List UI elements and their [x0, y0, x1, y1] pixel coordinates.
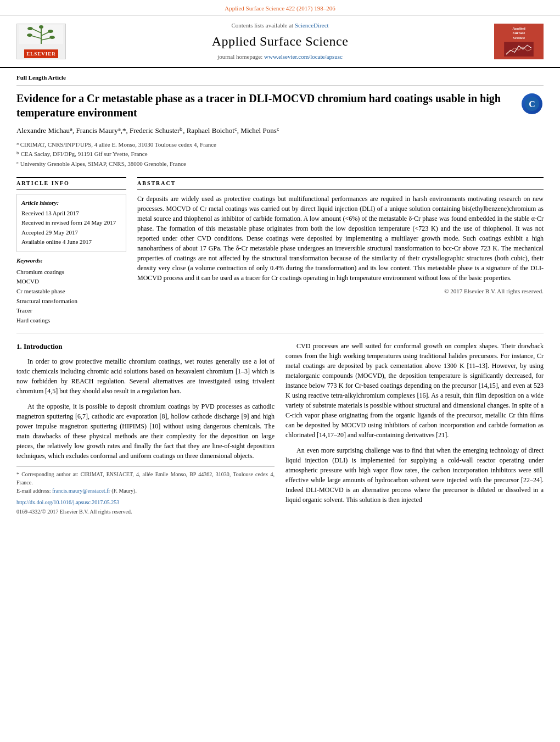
elsevier-logo: ELSEVIER — [16, 24, 66, 59]
email-link[interactable]: francis.maury@ensiacet.fr — [52, 488, 110, 494]
keywords-title: Keywords: — [16, 256, 126, 265]
article-title: Evidence for a Cr metastable phase as a … — [16, 91, 522, 120]
doi-link: http://dx.doi.org/10.1016/j.apsusc.2017.… — [16, 498, 275, 506]
svg-point-9 — [49, 36, 55, 39]
keyword-6: Hard coatings — [16, 316, 126, 326]
contents-line: Contents lists available at ScienceDirec… — [71, 21, 489, 30]
top-bar: Applied Surface Science 422 (2017) 198–2… — [0, 0, 560, 16]
info-abstract-section: ARTICLE INFO Article history: Received 1… — [16, 177, 544, 326]
right-para1: CVD processes are well suited for confor… — [285, 341, 544, 440]
main-content: 1. Introduction In order to grow protect… — [16, 341, 544, 516]
issn-line: 0169-4332/© 2017 Elsevier B.V. All right… — [16, 507, 275, 516]
article-title-section: Evidence for a Cr metastable phase as a … — [16, 91, 544, 120]
affiliation-c: ᶜ University Grenoble Alpes, SIMAP, CNRS… — [16, 159, 544, 169]
accepted-date: Accepted 29 May 2017 — [21, 228, 121, 237]
article-body: Full Length Article Evidence for a Cr me… — [0, 68, 560, 516]
available-date: Available online 4 June 2017 — [21, 238, 121, 246]
article-info-title: ARTICLE INFO — [16, 177, 126, 189]
journal-logo-graphic — [500, 42, 538, 57]
abstract-section: ABSTRACT Cr deposits are widely used as … — [137, 177, 544, 326]
received-date: Received 13 April 2017 — [21, 209, 121, 217]
copyright-line: © 2017 Elsevier B.V. All rights reserved… — [137, 287, 544, 295]
footnote-section: * Corresponding author at: CIRIMAT, ENSI… — [16, 466, 275, 516]
affiliation-a: ᵃ CIRIMAT, CNRS/INPT/UPS, 4 allée E. Mon… — [16, 140, 544, 150]
journal-header: ELSEVIER Contents lists available at Sci… — [0, 16, 560, 68]
received-revised-date: Received in revised form 24 May 2017 — [21, 219, 121, 227]
homepage-link[interactable]: www.elsevier.com/locate/apsusc — [264, 53, 343, 60]
affiliations: ᵃ CIRIMAT, CNRS/INPT/UPS, 4 allée E. Mon… — [16, 140, 544, 169]
elsevier-brand-label: ELSEVIER — [24, 49, 58, 59]
intro-para2: At the opposite, it is possible to depos… — [16, 401, 275, 461]
journal-homepage: journal homepage: www.elsevier.com/locat… — [71, 53, 489, 61]
keyword-5: Tracer — [16, 306, 126, 316]
abstract-text: Cr deposits are widely used as protectiv… — [137, 194, 544, 283]
journal-center: Contents lists available at ScienceDirec… — [71, 21, 489, 61]
svg-text:C: C — [529, 99, 535, 109]
crossmark-badge[interactable]: C — [522, 93, 544, 115]
keyword-4: Structural transformation — [16, 297, 126, 306]
authors-line: Alexandre Michauᵃ, Francis Mauryᵃ,*, Fre… — [16, 125, 544, 137]
journal-title: Applied Surface Science — [71, 32, 489, 51]
doi-anchor[interactable]: http://dx.doi.org/10.1016/j.apsusc.2017.… — [16, 499, 119, 505]
keyword-3: Cr metastable phase — [16, 287, 126, 297]
section1-title: 1. Introduction — [16, 341, 275, 352]
keywords-section: Keywords: Chromium coatings MOCVD Cr met… — [16, 256, 126, 325]
keywords-list: Chromium coatings MOCVD Cr metastable ph… — [16, 267, 126, 326]
affiliation-b: ᵇ CEA Saclay, DFI/DPg, 91191 Gif sur Yve… — [16, 149, 544, 159]
svg-point-8 — [27, 34, 32, 37]
journal-logo-title: AppliedSurfaceScience — [512, 26, 525, 40]
history-box: Article history: Received 13 April 2017 … — [16, 194, 126, 253]
email-note: (F. Maury). — [111, 488, 137, 494]
abstract-title: ABSTRACT — [137, 177, 544, 189]
sciencedirect-link[interactable]: ScienceDirect — [295, 22, 329, 29]
contents-prefix: Contents lists available at — [231, 22, 293, 29]
email-label: E-mail address: — [16, 488, 51, 494]
journal-citation-link[interactable]: Applied Surface Science 422 (2017) 198–2… — [225, 5, 335, 12]
footnote-star: * Corresponding author at: CIRIMAT, ENSI… — [16, 470, 275, 487]
article-info-panel: ARTICLE INFO Article history: Received 1… — [16, 177, 126, 326]
keyword-1: Chromium coatings — [16, 267, 126, 277]
footnote-email: E-mail address: francis.maury@ensiacet.f… — [16, 487, 275, 495]
right-para2: An even more surprising challenge was to… — [285, 445, 544, 505]
intro-para1: In order to grow protective metallic chr… — [16, 356, 275, 396]
authors-text: Alexandre Michauᵃ, Francis Mauryᵃ,*, Fre… — [16, 126, 279, 135]
journal-logo-box: AppliedSurfaceScience — [494, 24, 544, 59]
left-column: 1. Introduction In order to grow protect… — [16, 341, 275, 516]
keyword-2: MOCVD — [16, 277, 126, 287]
article-type: Full Length Article — [16, 68, 544, 86]
svg-point-7 — [48, 30, 53, 33]
svg-point-6 — [27, 27, 33, 30]
history-title: Article history: — [21, 199, 121, 207]
svg-rect-11 — [504, 42, 534, 57]
right-column: CVD processes are well suited for confor… — [285, 341, 544, 516]
section-divider — [16, 333, 544, 333]
homepage-prefix: journal homepage: — [217, 53, 262, 60]
svg-point-10 — [39, 25, 43, 29]
crossmark-icon: C — [522, 93, 542, 114]
